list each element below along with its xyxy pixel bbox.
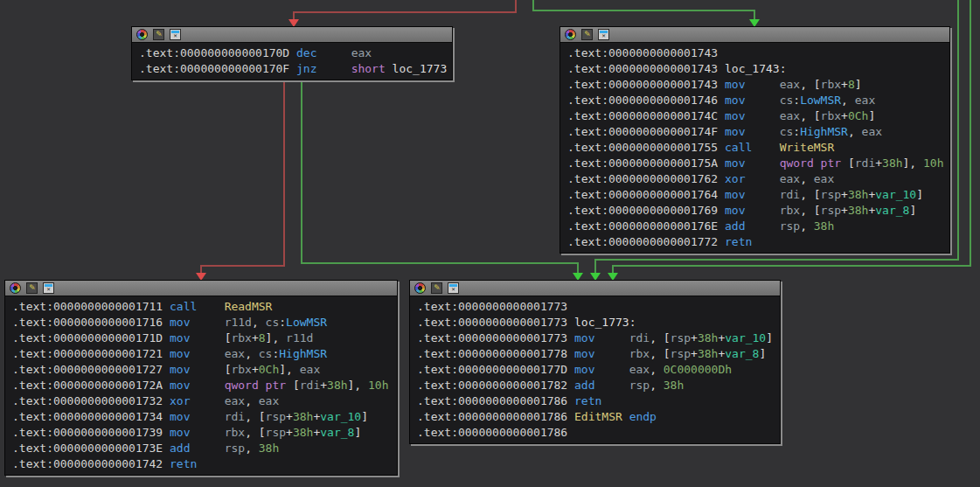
asm-line[interactable]: .text:0000000000001742 retn — [12, 456, 390, 472]
asm-token-addr: .text:0000000000001755 — [567, 141, 725, 154]
asm-line[interactable]: .text:0000000000001772 retn — [567, 234, 942, 250]
node-1711[interactable]: .text:0000000000001711 call ReadMSR.text… — [4, 280, 398, 476]
pencil-edit-icon[interactable] — [431, 282, 442, 294]
asm-line[interactable]: .text:0000000000001716 mov r11d, cs:LowM… — [12, 315, 390, 330]
asm-token-plain: , [ — [245, 410, 265, 423]
asm-line[interactable]: .text:000000000000171D mov [rbx+8], r11d — [12, 330, 390, 346]
asm-token-mnem: add — [170, 442, 190, 455]
asm-line[interactable]: .text:0000000000001739 mov rbx, [rsp+38h… — [12, 425, 390, 441]
asm-token-addr: .text:000000000000171D — [12, 331, 170, 344]
asm-token-plain: , [ — [800, 204, 820, 217]
graph-view-icon[interactable] — [598, 29, 609, 40]
asm-line[interactable]: .text:000000000000174C mov eax, [rbx+0Ch… — [567, 108, 942, 124]
asm-token-num: 38h — [848, 188, 868, 201]
asm-line[interactable]: .text:0000000000001769 mov rbx, [rsp+38h… — [567, 203, 942, 219]
asm-token-mnem: mov — [574, 363, 594, 376]
asm-line[interactable]: .text:0000000000001711 call ReadMSR — [12, 299, 390, 315]
asm-token-plain: , [ — [650, 347, 670, 360]
graph-view-icon[interactable] — [170, 29, 181, 40]
asm-token-plain: , — [245, 347, 259, 360]
asm-token-plain — [191, 316, 225, 329]
asm-token-reg: eax — [780, 78, 800, 91]
asm-line[interactable]: .text:0000000000001721 mov eax, cs:HighM… — [12, 346, 390, 362]
asm-line[interactable]: .text:000000000000174F mov cs:HighMSR, e… — [567, 124, 942, 140]
node-loc-1743[interactable]: .text:0000000000001743.text:000000000000… — [560, 26, 950, 254]
asm-line[interactable]: .text:000000000000177D mov eax, 0C000000… — [417, 362, 773, 378]
asm-line[interactable]: .text:0000000000001762 xor eax, eax — [567, 171, 942, 187]
pencil-edit-icon[interactable] — [26, 282, 38, 294]
asm-token-mnem: mov — [170, 379, 190, 392]
asm-token-addr: .text:0000000000001773 — [417, 300, 567, 313]
asm-token-sym: ReadMSR — [225, 300, 273, 313]
asm-line[interactable]: .text:000000000000173E add rsp, 38h — [12, 441, 390, 456]
pencil-edit-icon[interactable] — [153, 29, 164, 40]
asm-line[interactable]: .text:0000000000001778 mov rbx, [rsp+38h… — [417, 346, 773, 362]
asm-token-addr: .text:0000000000001727 — [12, 363, 170, 376]
asm-token-reg: eax — [259, 394, 279, 407]
asm-line[interactable]: .text:0000000000001764 mov rdi, [rsp+38h… — [567, 187, 942, 203]
asm-line[interactable]: .text:0000000000001743 mov eax, [rbx+8] — [567, 77, 942, 93]
graph-canvas[interactable]: .text:000000000000170D dec eax.text:0000… — [0, 0, 980, 487]
asm-token-kw: qword ptr — [780, 157, 841, 170]
asm-line[interactable]: .text:0000000000001786 — [417, 425, 773, 441]
pencil-edit-icon[interactable] — [581, 29, 593, 40]
color-wheel-icon[interactable] — [136, 29, 148, 40]
asm-line[interactable]: .text:0000000000001746 mov cs:LowMSR, ea… — [567, 93, 942, 108]
asm-token-plain — [191, 394, 225, 407]
asm-line[interactable]: .text:0000000000001732 xor eax, eax — [12, 393, 390, 409]
asm-line[interactable]: .text:000000000000175A mov qword ptr [rd… — [567, 156, 942, 171]
asm-token-addr: .text:000000000000172A — [12, 379, 170, 392]
asm-token-addr: .text:0000000000001782 — [417, 379, 574, 392]
asm-token-reg: eax — [862, 125, 882, 138]
asm-token-reg: eax — [225, 347, 245, 360]
asm-line[interactable]: .text:0000000000001727 mov [rbx+0Ch], ea… — [12, 362, 390, 378]
asm-line[interactable]: .text:000000000000170D dec eax — [139, 45, 445, 61]
asm-token-plain: [ — [191, 363, 232, 376]
color-wheel-icon[interactable] — [565, 29, 576, 40]
asm-token-addr: .text:0000000000001773 — [417, 331, 574, 344]
node-loc-1743-title-bar[interactable] — [560, 27, 949, 43]
asm-line[interactable]: .text:0000000000001773 loc_1773: — [417, 315, 773, 330]
asm-line[interactable]: .text:0000000000001743 — [567, 45, 942, 61]
edge-offscreen-to-170d-red — [294, 0, 516, 19]
asm-token-plain: , — [800, 172, 814, 185]
asm-line[interactable]: .text:0000000000001773 — [417, 299, 773, 315]
asm-line[interactable]: .text:0000000000001773 mov rdi, [rsp+38h… — [417, 330, 773, 346]
asm-token-mnem: dec — [296, 46, 316, 59]
graph-view-icon[interactable] — [43, 282, 54, 294]
graph-view-icon[interactable] — [448, 282, 459, 294]
asm-token-plain — [595, 347, 629, 360]
asm-token-plain: + — [841, 188, 848, 201]
asm-line[interactable]: .text:000000000000176E add rsp, 38h — [567, 219, 942, 234]
asm-token-reg: rsp — [629, 379, 650, 392]
node-170d-title-bar[interactable] — [132, 27, 452, 43]
asm-token-addr: .text:000000000000173E — [12, 442, 170, 455]
asm-token-addr: .text:0000000000001746 — [567, 94, 725, 107]
edge-170d-to-1773-green — [302, 77, 578, 273]
asm-token-addr: .text:0000000000001764 — [567, 188, 725, 201]
asm-line[interactable]: .text:0000000000001782 add rsp, 38h — [417, 378, 773, 393]
asm-line[interactable]: .text:0000000000001786 retn — [417, 393, 773, 409]
asm-line[interactable]: .text:0000000000001755 call WriteMSR — [567, 140, 942, 156]
asm-token-addr: .text:0000000000001786 — [417, 426, 567, 439]
color-wheel-icon[interactable] — [414, 282, 426, 294]
asm-line[interactable]: .text:0000000000001786 EditMSR endp — [417, 409, 773, 425]
asm-line[interactable]: .text:0000000000001743 loc_1743: — [567, 61, 942, 77]
asm-line[interactable]: .text:000000000000172A mov qword ptr [rd… — [12, 378, 390, 393]
asm-token-reg: rbx — [225, 426, 245, 439]
color-wheel-icon[interactable] — [10, 282, 21, 294]
node-170d[interactable]: .text:000000000000170D dec eax.text:0000… — [131, 26, 453, 80]
node-loc-1773[interactable]: .text:0000000000001773.text:000000000000… — [409, 280, 781, 444]
asm-token-plain: ], — [903, 157, 923, 170]
asm-line[interactable]: .text:0000000000001734 mov rdi, [rsp+38h… — [12, 409, 390, 425]
asm-token-num: 8 — [848, 78, 855, 91]
asm-line[interactable]: .text:000000000000170F jnz short loc_177… — [139, 61, 445, 77]
asm-token-mnem: mov — [725, 94, 745, 107]
asm-token-plain: [ — [191, 331, 232, 344]
asm-token-plain: , — [800, 219, 814, 233]
asm-token-dname: LowMSR — [286, 316, 327, 329]
asm-token-mnem: mov — [170, 331, 190, 344]
asm-token-plain: + — [841, 109, 848, 122]
node-loc-1773-title-bar[interactable] — [410, 281, 780, 296]
node-1711-title-bar[interactable] — [5, 281, 397, 296]
